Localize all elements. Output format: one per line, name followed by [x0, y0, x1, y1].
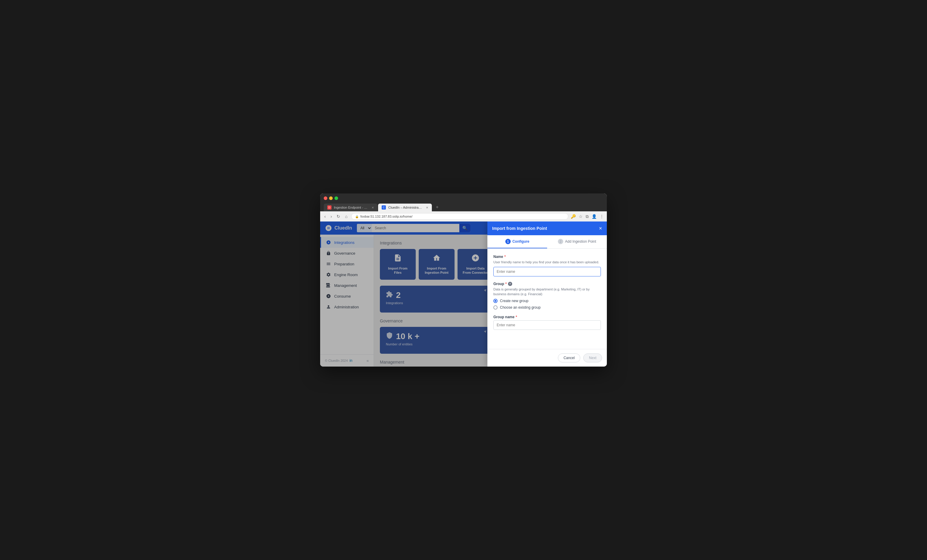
form-group-group-name: Group name *	[493, 315, 601, 330]
radio-create-new-label: Create new group	[500, 299, 528, 303]
group-hint: Data is generally grouped by department …	[493, 287, 601, 296]
main-layout: Integrations Governance Preparation	[320, 235, 607, 367]
address-bar: ‹ › ↻ ⌂ 🔒 foobar.51.132.187.83.sslip.io/…	[320, 211, 607, 222]
radio-choose-existing[interactable]: Choose an existing group	[493, 305, 601, 310]
modal-body: Name * User friendly name to help you fi…	[488, 249, 607, 349]
tab-label-1: Ingestion Endpoint - Databri...	[334, 206, 368, 209]
new-tab-button[interactable]: +	[434, 203, 441, 211]
configure-tab-number: 1	[505, 239, 511, 244]
tab-label-2: CluedIn – Administration	[388, 206, 422, 209]
extension-icon[interactable]: ⧉	[586, 214, 589, 219]
home-button[interactable]: ⌂	[344, 214, 348, 219]
app-wrapper: CluedIn All 🔍 🖥 🔔 ⋮	[320, 222, 607, 367]
radio-group: Create new group Choose an existing grou…	[493, 299, 601, 310]
browser-controls	[324, 196, 603, 200]
radio-create-new-btn[interactable]	[493, 299, 497, 303]
name-label: Name *	[493, 255, 601, 259]
address-text: foobar.51.132.187.83.sslip.io/home/	[360, 215, 412, 218]
tab-favicon-2: C	[381, 205, 386, 209]
tab-favicon-1: D	[327, 205, 331, 209]
modal-footer: Cancel Next	[488, 349, 607, 367]
tab-bar: D Ingestion Endpoint - Databri... ✕ C Cl…	[324, 203, 603, 211]
modal-tabs: 1 Configure 2 Add Ingestion Point	[488, 235, 607, 249]
modal-tab-add-ingestion[interactable]: 2 Add Ingestion Point	[547, 235, 607, 248]
traffic-lights	[324, 196, 338, 200]
key-icon[interactable]: 🔑	[571, 214, 576, 219]
browser-tab-2[interactable]: C CluedIn – Administration ✕	[378, 203, 432, 211]
browser-tab-1[interactable]: D Ingestion Endpoint - Databri... ✕	[324, 203, 377, 211]
form-group-group: Group * ? Data is generally grouped by d…	[493, 282, 601, 310]
browser-chrome: D Ingestion Endpoint - Databri... ✕ C Cl…	[320, 193, 607, 211]
group-name-required-marker: *	[516, 315, 517, 319]
modal-overlay: Import from Ingestion Point × 1 Configur…	[320, 235, 607, 367]
nav-actions: 🔑 ☆ ⧉ 👤 ⋮	[571, 214, 604, 219]
group-name-label: Group name *	[493, 315, 601, 319]
refresh-button[interactable]: ↻	[335, 214, 341, 219]
modal-tab-configure[interactable]: 1 Configure	[488, 235, 547, 248]
tab-close-1[interactable]: ✕	[372, 206, 374, 209]
modal-panel: Import from Ingestion Point × 1 Configur…	[488, 235, 607, 367]
group-name-input[interactable]	[493, 320, 601, 330]
radio-choose-existing-label: Choose an existing group	[500, 305, 541, 310]
add-ingestion-tab-number: 2	[558, 239, 563, 244]
group-required-marker: *	[505, 282, 507, 286]
traffic-light-maximize[interactable]	[334, 196, 338, 200]
radio-choose-existing-btn[interactable]	[493, 305, 497, 310]
group-label: Group * ?	[493, 282, 601, 286]
configure-tab-label: Configure	[512, 240, 529, 244]
cancel-button[interactable]: Cancel	[558, 354, 580, 363]
traffic-light-minimize[interactable]	[329, 196, 333, 200]
address-input[interactable]: 🔒 foobar.51.132.187.83.sslip.io/home/	[351, 213, 568, 220]
next-button[interactable]: Next	[583, 354, 602, 363]
add-ingestion-tab-label: Add Ingestion Point	[565, 240, 596, 244]
forward-button[interactable]: ›	[330, 214, 333, 219]
back-button[interactable]: ‹	[323, 214, 327, 219]
form-group-name: Name * User friendly name to help you fi…	[493, 255, 601, 276]
traffic-light-close[interactable]	[324, 196, 327, 200]
profile-icon[interactable]: 👤	[592, 214, 597, 219]
name-hint: User friendly name to help you find your…	[493, 260, 601, 264]
group-help-icon[interactable]: ?	[508, 282, 512, 286]
menu-icon[interactable]: ⋮	[600, 214, 604, 219]
radio-create-new[interactable]: Create new group	[493, 299, 601, 303]
name-input[interactable]	[493, 267, 601, 276]
secure-icon: 🔒	[355, 215, 359, 218]
star-icon[interactable]: ☆	[579, 214, 583, 219]
tab-close-2[interactable]: ✕	[426, 206, 428, 209]
name-required-marker: *	[505, 255, 506, 259]
